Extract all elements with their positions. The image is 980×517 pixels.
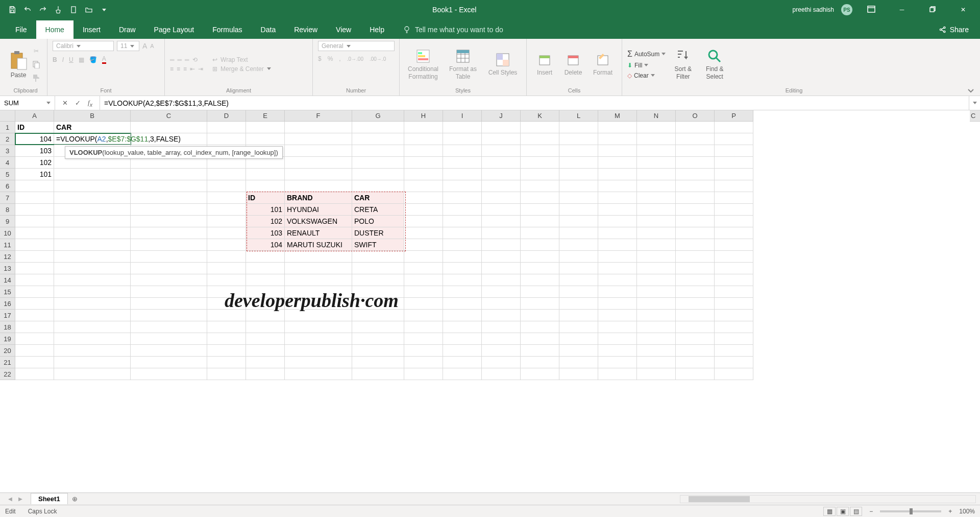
cell-G11[interactable]: SWIFT <box>352 239 404 251</box>
cell-H4[interactable] <box>404 157 443 169</box>
cell-O21[interactable] <box>676 357 715 368</box>
cell-C22[interactable] <box>131 368 207 380</box>
cell-D5[interactable] <box>207 169 246 180</box>
cell-I1[interactable] <box>443 122 482 133</box>
cell-K17[interactable] <box>521 310 559 321</box>
cell-A13[interactable] <box>15 263 54 274</box>
row-header-11[interactable]: 11 <box>0 239 15 251</box>
cell-E18[interactable] <box>246 321 285 333</box>
cell-L2[interactable] <box>559 133 598 145</box>
horizontal-scrollbar[interactable] <box>680 495 976 503</box>
cell-D14[interactable] <box>207 274 246 286</box>
cell-G22[interactable] <box>352 368 404 380</box>
align-left-icon[interactable]: ≡ <box>170 65 174 73</box>
cell-I16[interactable] <box>443 298 482 310</box>
cell-C12[interactable] <box>131 251 207 263</box>
cell-P15[interactable] <box>715 286 753 298</box>
cell-L14[interactable] <box>559 274 598 286</box>
cell-A1[interactable]: ID <box>15 122 54 133</box>
cell-B1[interactable]: CAR <box>54 122 131 133</box>
cell-B11[interactable] <box>54 239 131 251</box>
spreadsheet-grid[interactable]: IDCAR104=VLOOKUP(A2,$E$7:$G$11,3,FALSE)1… <box>15 122 753 380</box>
cell-F8[interactable]: HYUNDAI <box>285 204 352 216</box>
cell-J6[interactable] <box>482 180 521 192</box>
open-folder-icon[interactable] <box>82 3 96 17</box>
cell-M4[interactable] <box>598 157 637 169</box>
redo-icon[interactable] <box>36 3 50 17</box>
tell-me-search[interactable]: Tell me what you want to do <box>394 20 512 39</box>
cell-L15[interactable] <box>559 286 598 298</box>
cell-O17[interactable] <box>676 310 715 321</box>
cell-O3[interactable] <box>676 145 715 157</box>
cell-A5[interactable]: 101 <box>15 169 54 180</box>
row-header-19[interactable]: 19 <box>0 333 15 345</box>
cell-K12[interactable] <box>521 251 559 263</box>
paste-button[interactable]: Paste <box>9 50 28 79</box>
cell-A11[interactable] <box>15 239 54 251</box>
share-button[interactable]: Share <box>927 20 980 39</box>
cell-D7[interactable] <box>207 192 246 204</box>
cell-N19[interactable] <box>637 333 676 345</box>
cell-L8[interactable] <box>559 204 598 216</box>
cell-I3[interactable] <box>443 145 482 157</box>
cell-M16[interactable] <box>598 298 637 310</box>
row-header-2[interactable]: 2 <box>0 133 15 145</box>
cell-M19[interactable] <box>598 333 637 345</box>
row-header-14[interactable]: 14 <box>0 274 15 286</box>
cell-L21[interactable] <box>559 357 598 368</box>
cell-A7[interactable] <box>15 192 54 204</box>
cell-O7[interactable] <box>676 192 715 204</box>
cell-E21[interactable] <box>246 357 285 368</box>
cell-K13[interactable] <box>521 263 559 274</box>
col-header-N[interactable]: N <box>637 110 676 122</box>
cell-F5[interactable] <box>285 169 352 180</box>
cell-L19[interactable] <box>559 333 598 345</box>
cell-H6[interactable] <box>404 180 443 192</box>
save-icon[interactable] <box>5 3 19 17</box>
col-header-P[interactable]: P <box>715 110 753 122</box>
cell-N5[interactable] <box>637 169 676 180</box>
cell-H10[interactable] <box>404 227 443 239</box>
cell-K3[interactable] <box>521 145 559 157</box>
cell-P8[interactable] <box>715 204 753 216</box>
cell-G21[interactable] <box>352 357 404 368</box>
cell-A16[interactable] <box>15 298 54 310</box>
cell-N11[interactable] <box>637 239 676 251</box>
cell-G2[interactable] <box>352 133 404 145</box>
cell-C16[interactable] <box>131 298 207 310</box>
expand-formula-bar-icon[interactable] <box>969 96 980 110</box>
cell-L20[interactable] <box>559 345 598 357</box>
cell-D9[interactable] <box>207 216 246 227</box>
cell-L1[interactable] <box>559 122 598 133</box>
cell-G8[interactable]: CRETA <box>352 204 404 216</box>
cell-L22[interactable] <box>559 368 598 380</box>
font-color-icon[interactable]: A <box>102 55 106 64</box>
cell-F10[interactable]: RENAULT <box>285 227 352 239</box>
row-header-17[interactable]: 17 <box>0 310 15 321</box>
cell-I22[interactable] <box>443 368 482 380</box>
cell-G1[interactable] <box>352 122 404 133</box>
cell-M8[interactable] <box>598 204 637 216</box>
cell-B7[interactable] <box>54 192 131 204</box>
row-header-3[interactable]: 3 <box>0 145 15 157</box>
cell-M21[interactable] <box>598 357 637 368</box>
select-all-corner[interactable] <box>0 110 15 122</box>
cell-P21[interactable] <box>715 357 753 368</box>
fill-button[interactable]: ⬇Fill <box>627 62 666 69</box>
cell-M18[interactable] <box>598 321 637 333</box>
row-header-13[interactable]: 13 <box>0 263 15 274</box>
cell-E2[interactable] <box>246 133 285 145</box>
cell-H2[interactable] <box>404 133 443 145</box>
italic-button[interactable]: I <box>62 56 64 63</box>
cell-H20[interactable] <box>404 345 443 357</box>
name-box[interactable]: SUM <box>0 96 55 110</box>
cell-C18[interactable] <box>131 321 207 333</box>
page-layout-view-icon[interactable]: ▣ <box>837 507 849 516</box>
cell-C21[interactable] <box>131 357 207 368</box>
cell-F19[interactable] <box>285 333 352 345</box>
cell-G20[interactable] <box>352 345 404 357</box>
cell-N18[interactable] <box>637 321 676 333</box>
cell-J14[interactable] <box>482 274 521 286</box>
cell-P20[interactable] <box>715 345 753 357</box>
sort-filter-button[interactable]: Sort & Filter <box>669 48 697 80</box>
